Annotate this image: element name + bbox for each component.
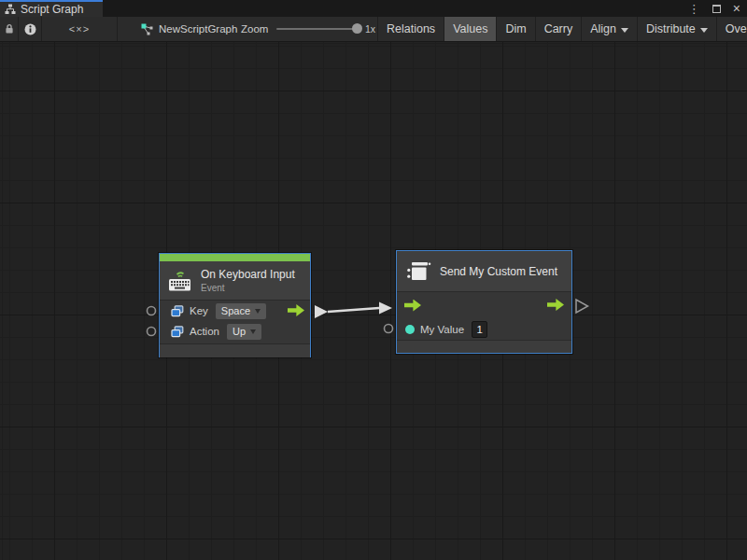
lock-button[interactable] [0, 17, 19, 41]
graph-name-label: NewScriptGraph [159, 23, 237, 35]
value-port-dot [405, 325, 415, 334]
toolbar-left-group: <×> [0, 17, 118, 41]
node-on-keyboard-input[interactable]: On Keyboard Input Event Key Space Action… [159, 253, 311, 357]
info-button[interactable] [19, 17, 42, 41]
menu-icon[interactable]: ⋮ [688, 3, 700, 15]
my-value-input[interactable]: 1 [472, 321, 487, 338]
flow-output-arrow[interactable] [288, 304, 304, 316]
window-controls: ⋮ × [688, 0, 740, 17]
script-graph-window: Script Graph ⋮ × [0, 0, 747, 560]
port-row-my-value: My Value 1 [397, 318, 571, 340]
action-dropdown[interactable]: Up [227, 324, 261, 340]
toolbar-button-distribute[interactable]: Distribute [637, 17, 716, 41]
node-footer [160, 343, 310, 357]
port-label-my-value: My Value [420, 324, 464, 335]
key-dropdown[interactable]: Space [216, 303, 266, 319]
toolbar-buttons: Relations Values Dim Carry Align Distrib… [377, 17, 747, 41]
graph-asset-icon [141, 23, 153, 35]
enum-type-icon [171, 326, 184, 338]
toolbar-button-relations[interactable]: Relations [377, 17, 444, 41]
chevron-down-icon [621, 28, 628, 33]
graph-canvas[interactable] [0, 42, 747, 560]
port-label-action: Action [190, 326, 219, 337]
chevron-down-icon [255, 309, 261, 314]
tab-title: Script Graph [21, 3, 83, 16]
node-footer [397, 340, 571, 353]
port-label-key: Key [190, 305, 208, 316]
node-send-my-custom-event[interactable]: Send My Custom Event My Value 1 [396, 250, 572, 354]
port-row-key: Key Space [160, 301, 310, 321]
chevron-down-icon [250, 329, 256, 334]
close-icon[interactable]: × [733, 2, 740, 15]
node-header: Send My Custom Event [397, 251, 571, 292]
toolbar-button-overview[interactable]: Overview [716, 17, 747, 41]
graph-toolbar: <×> NewScriptGraph Zoom 1x Relations Val… [0, 17, 747, 42]
keyboard-icon [167, 270, 193, 292]
graph-name[interactable]: NewScriptGraph [141, 17, 237, 41]
lock-icon [5, 23, 14, 35]
zoom-slider-track[interactable] [276, 28, 357, 30]
maximize-icon[interactable] [712, 5, 721, 13]
node-title: On Keyboard Input [201, 268, 295, 281]
flow-input-arrow[interactable] [404, 300, 421, 312]
toolbar-button-values[interactable]: Values [444, 17, 496, 41]
chevron-down-icon [700, 28, 708, 33]
code-view-button[interactable]: <×> [42, 17, 118, 41]
port-row-action: Action Up [160, 321, 310, 342]
toolbar-button-carry[interactable]: Carry [535, 17, 582, 41]
toolbar-button-dim[interactable]: Dim [496, 17, 534, 41]
enum-type-icon [171, 305, 184, 317]
sitemap-icon [5, 4, 16, 15]
flow-output-arrow[interactable] [547, 299, 564, 311]
node-subtitle: Event [201, 283, 225, 293]
zoom-label: Zoom [241, 17, 268, 41]
zoom-slider-handle[interactable] [352, 23, 362, 34]
node-header: On Keyboard Input Event [160, 261, 310, 301]
code-icon: <×> [69, 23, 90, 35]
info-icon [24, 23, 36, 35]
flow-row [397, 292, 571, 318]
zoom-value: 1x [365, 17, 375, 41]
toolbar-button-align[interactable]: Align [581, 17, 637, 41]
tab-bar: Script Graph ⋮ × [0, 0, 747, 17]
node-title: Send My Custom Event [440, 251, 557, 292]
tab-script-graph[interactable]: Script Graph [0, 0, 103, 17]
custom-event-icon [406, 259, 431, 284]
event-color-bar [160, 254, 310, 261]
